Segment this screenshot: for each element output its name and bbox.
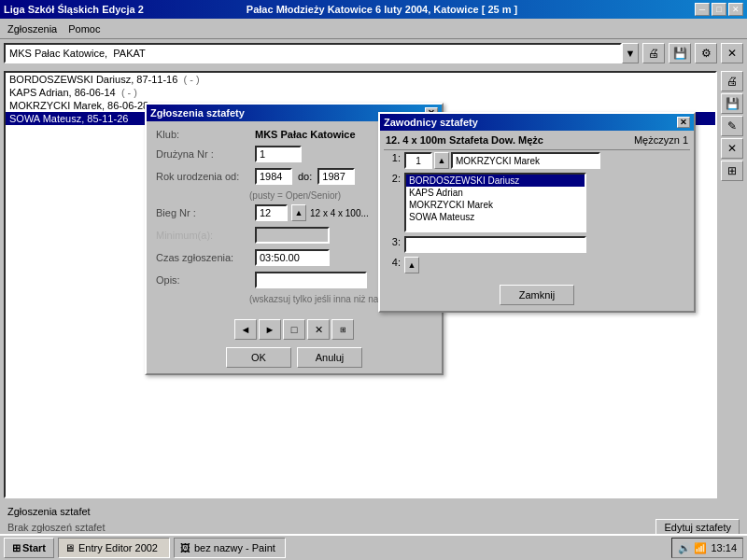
team-input[interactable] (255, 146, 302, 162)
clock: 13:14 (711, 542, 737, 553)
pos-name-3 (404, 236, 586, 253)
opis-label: Opis: (156, 274, 249, 286)
nav-next-btn[interactable]: ► (259, 319, 281, 340)
dialog-zawodnicy-titlebar: Zawodnicy sztafety ✕ (380, 114, 694, 131)
dialog-zawodnicy-title: Zawodnicy sztafety (384, 117, 478, 128)
combo-arrow[interactable]: ▼ (622, 43, 639, 63)
pos-name-1: MOKRZYCKI Marek (451, 152, 600, 169)
dropdown-item[interactable]: KAPS Adrian (406, 187, 585, 199)
club-label: Klub: (156, 129, 249, 140)
relay-positions: 1: ▲ MOKRZYCKI Marek 2: BORDOSZEWSKI Dar… (380, 150, 694, 279)
start-button[interactable]: ⊞ Start (4, 538, 54, 558)
race-num-input[interactable] (255, 204, 288, 221)
relay-position-1: 1: ▲ MOKRZYCKI Marek (386, 152, 688, 169)
minimize-button[interactable]: ─ (695, 3, 710, 16)
pos-name-box-2: BORDOSZEWSKI Dariusz KAPS Adrian MOKRZYC… (404, 173, 586, 232)
taskbar-paint[interactable]: 🖼 bez nazwy - Paint (174, 538, 286, 558)
entry-editor-icon: 🖥 (64, 542, 75, 553)
edit-btn2[interactable]: ✎ (721, 116, 743, 136)
relay-position-3: 3: (386, 236, 688, 253)
ok-button[interactable]: OK (226, 347, 291, 368)
opis-input[interactable] (255, 272, 367, 288)
maximize-button[interactable]: □ (712, 3, 726, 16)
nav-copy-btn[interactable]: ⊞ (331, 319, 354, 340)
save-btn2[interactable]: 💾 (721, 93, 743, 114)
pos-num-2: 2: (386, 173, 401, 184)
nav-del-btn[interactable]: ✕ (307, 319, 330, 340)
action-buttons: OK Anuluj (152, 347, 436, 368)
zawodnicy-header: 12. 4 x 100m Sztafeta Dow. Mężc Mężczyzn… (380, 131, 694, 149)
club-value: MKS Pałac Katowice (255, 129, 356, 140)
dialog-zgloszenia-title: Zgłoszenia sztafety (150, 107, 245, 119)
race-info: 12. 4 x 100m Sztafeta Dow. Mężc (386, 134, 543, 146)
race-input-group: ▲ 12 x 4 x 100... (255, 204, 369, 221)
print-button[interactable]: 🖨 (642, 43, 665, 63)
pos-name-box-1: ▲ MOKRZYCKI Marek (404, 152, 600, 169)
race-spin-up[interactable]: ▲ (291, 204, 306, 221)
nav-prev-btn[interactable]: ◄ (234, 319, 257, 340)
taskbar-tray: 🔊 📶 13:14 (671, 538, 743, 558)
birth-to-label: do: (298, 171, 312, 182)
taskbar: ⊞ Start 🖥 Entry Editor 2002 🖼 bez nazwy … (0, 534, 747, 560)
dialog-zawodnicy-close[interactable]: ✕ (677, 117, 690, 128)
right-panel: 🖨 💾 ✎ ✕ ⊞ (721, 71, 743, 498)
paint-label: bez nazwy - Paint (194, 542, 275, 553)
pos-spin-1[interactable]: ▲ (434, 152, 449, 169)
menu-bar: Zgłoszenia Pomoc (0, 19, 747, 39)
race-name: 12 x 4 x 100... (310, 208, 369, 218)
pos-name-box-3 (404, 236, 586, 253)
dialog-zawodnicy[interactable]: Zawodnicy sztafety ✕ 12. 4 x 100m Sztafe… (378, 112, 696, 313)
dropdown-item[interactable]: BORDOSZEWSKI Dariusz (406, 175, 585, 187)
print-btn2[interactable]: 🖨 (721, 71, 743, 91)
menu-item-zgloszenia[interactable]: Zgłoszenia (2, 21, 63, 36)
pos-spin-4[interactable]: ▲ (404, 257, 419, 273)
no-entries-text: Brak zgłoszeń sztafet (7, 522, 106, 533)
birth-label: Rok urodzenia od: (156, 171, 249, 182)
tray-icons: 🔊 📶 (678, 542, 707, 554)
minimum-label: Minimum(a): (156, 230, 249, 241)
pos-num-1: 1: (386, 152, 401, 163)
title-text: Liga Szkół Śląskich Edycja 2 Pałac Młodz… (4, 4, 695, 15)
team-label: Drużyna Nr : (156, 148, 249, 160)
relay-position-4: 4: ▲ (386, 257, 688, 273)
taskbar-entry-editor[interactable]: 🖥 Entry Editor 2002 (58, 538, 170, 558)
pos-name-box-4: ▲ (404, 257, 419, 273)
race-label: Bieg Nr : (156, 207, 249, 218)
config-button[interactable]: ⚙ (695, 43, 717, 63)
pos-num-3: 3: (386, 236, 401, 247)
start-icon: ⊞ (12, 542, 21, 554)
list-item[interactable]: BORDOSZEWSKI Dariusz, 87-11-16 ( - ) (6, 73, 715, 86)
birth-to-input[interactable] (317, 168, 355, 185)
zamknij-button[interactable]: Zamknij (500, 285, 574, 305)
minimum-input[interactable] (255, 227, 330, 244)
club-combo[interactable] (4, 43, 622, 63)
dialog-zgloszenia-footer: ◄ ► □ ✕ ⊞ OK Anuluj (147, 315, 442, 373)
close-button[interactable]: ✕ (728, 3, 743, 16)
time-label: Czas zgłoszenia: (156, 252, 249, 263)
title-bar: Liga Szkół Śląskich Edycja 2 Pałac Młodz… (0, 0, 747, 19)
anuluj-button[interactable]: Anuluj (297, 347, 362, 368)
del-btn2[interactable]: ✕ (721, 138, 743, 159)
time-input[interactable] (255, 249, 330, 266)
save-button[interactable]: 💾 (669, 43, 691, 63)
nav-buttons: ◄ ► □ ✕ ⊞ (152, 319, 436, 340)
pos-num-4: 4: (386, 257, 401, 268)
close-button2[interactable]: ✕ (721, 43, 743, 63)
relay-section-title: Zgłoszenia sztafet (7, 506, 740, 517)
nav-new-btn[interactable]: □ (283, 319, 305, 340)
copy-btn2[interactable]: ⊞ (721, 161, 743, 181)
relay-position-2: 2: BORDOSZEWSKI Dariusz KAPS Adrian MOKR… (386, 173, 688, 232)
start-label: Start (22, 542, 46, 553)
list-item[interactable]: KAPS Adrian, 86-06-14 ( - ) (6, 86, 715, 99)
gender-info: Mężczyzn 1 (634, 134, 688, 146)
toolbar: ▼ 🖨 💾 ⚙ ✕ (0, 39, 747, 67)
pos-num-input-1[interactable] (404, 152, 432, 169)
birth-from-input[interactable] (255, 168, 292, 185)
pos-dropdown-2[interactable]: BORDOSZEWSKI Dariusz KAPS Adrian MOKRZYC… (404, 173, 586, 232)
menu-item-pomoc[interactable]: Pomoc (63, 21, 106, 36)
dropdown-item[interactable]: MOKRZYCKI Marek (406, 199, 585, 211)
dropdown-item[interactable]: SOWA Mateusz (406, 211, 585, 223)
entry-editor-label: Entry Editor 2002 (78, 542, 158, 553)
paint-icon: 🖼 (180, 542, 190, 553)
